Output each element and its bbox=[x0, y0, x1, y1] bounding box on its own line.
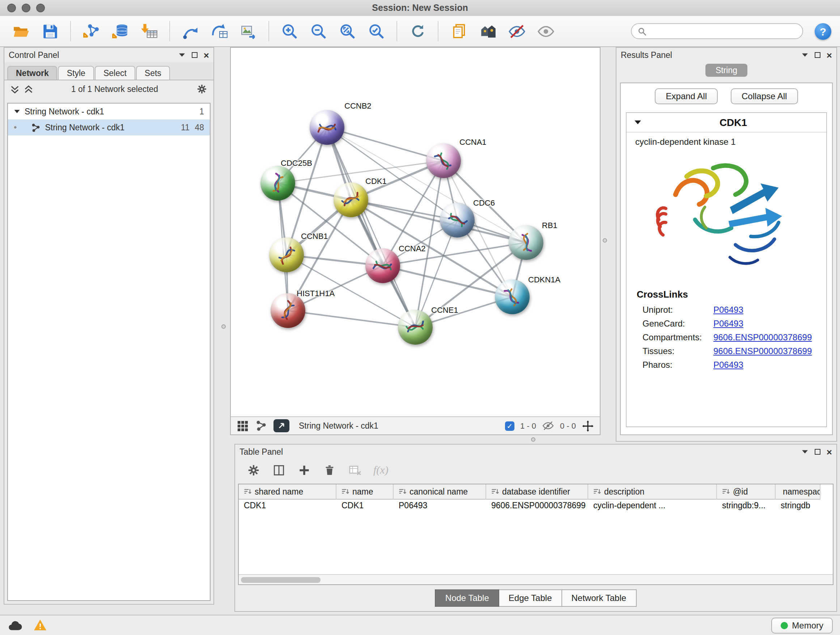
tab-node-table[interactable]: Node Table bbox=[435, 589, 499, 607]
network-canvas[interactable]: CCNB2CCNA1CDC25BCDK1CDC6RB1CCNB1CCNA2CDK… bbox=[231, 48, 600, 416]
network-edge-HIST1H1A-CCNE1[interactable] bbox=[288, 310, 415, 327]
search-input[interactable] bbox=[651, 26, 797, 36]
float-panel-icon[interactable] bbox=[192, 52, 198, 58]
column-header-database-identifier[interactable]: database identifier bbox=[486, 485, 588, 500]
splitter-handle[interactable] bbox=[603, 238, 607, 242]
control-panel: Control Panel × NetworkStyleSelectSets 1… bbox=[4, 47, 214, 605]
tab-network-table[interactable]: Network Table bbox=[562, 589, 637, 607]
home-icon[interactable] bbox=[475, 19, 500, 43]
float-panel-icon[interactable] bbox=[815, 52, 821, 58]
close-panel-icon[interactable]: × bbox=[827, 447, 832, 456]
delete-table-icon[interactable] bbox=[348, 463, 362, 477]
fit-content-icon[interactable] bbox=[582, 420, 594, 432]
crosslink-value-link[interactable]: P06493 bbox=[714, 318, 744, 328]
network-node-CDC25B[interactable] bbox=[261, 166, 295, 201]
hide-graphics-icon[interactable] bbox=[504, 19, 529, 43]
network-node-CCNB2[interactable] bbox=[309, 110, 344, 145]
import-network-file-icon[interactable] bbox=[79, 19, 103, 43]
collapse-all-icon[interactable] bbox=[10, 84, 19, 94]
panel-menu-chevron-icon[interactable] bbox=[801, 449, 809, 455]
detach-view-button[interactable] bbox=[273, 419, 289, 432]
hidden-items-eye-icon[interactable] bbox=[542, 421, 554, 431]
selected-items-checkbox[interactable]: ✓ bbox=[505, 421, 515, 431]
search-field[interactable] bbox=[631, 23, 803, 39]
network-from-table-icon[interactable] bbox=[207, 19, 232, 43]
grid-view-icon[interactable] bbox=[237, 420, 249, 432]
network-edge-CCNB2-CCNE1[interactable] bbox=[327, 127, 415, 327]
annotation-icon[interactable] bbox=[447, 19, 471, 43]
new-network-icon[interactable] bbox=[178, 19, 202, 43]
tab-edge-table[interactable]: Edge Table bbox=[499, 589, 562, 607]
function-builder-icon[interactable]: f(x) bbox=[373, 464, 388, 476]
show-columns-icon[interactable] bbox=[272, 463, 286, 477]
collapse-all-button[interactable]: Collapse All bbox=[731, 88, 798, 104]
network-node-CCNE1[interactable] bbox=[398, 310, 433, 345]
network-row[interactable]: • String Network - cdk1 11 48 bbox=[8, 119, 210, 135]
collapse-section-icon[interactable] bbox=[634, 119, 642, 125]
column-header-namespace[interactable]: namespace bbox=[775, 485, 821, 500]
crosslink-value-link[interactable]: 9606.ENSP00000378699 bbox=[714, 332, 812, 342]
show-graphics-icon[interactable] bbox=[533, 19, 558, 43]
refresh-layout-icon[interactable] bbox=[405, 19, 430, 43]
network-view-share-icon[interactable] bbox=[256, 420, 267, 432]
expand-all-tree-icon[interactable] bbox=[24, 84, 33, 94]
network-collection-row[interactable]: String Network - cdk1 1 bbox=[8, 103, 210, 119]
tab-style[interactable]: Style bbox=[58, 66, 94, 80]
float-panel-icon[interactable] bbox=[815, 449, 821, 455]
export-image-icon[interactable] bbox=[236, 19, 261, 43]
column-header-description[interactable]: description bbox=[588, 485, 717, 500]
column-sort-icon bbox=[722, 487, 730, 496]
column-header-name[interactable]: name bbox=[336, 485, 393, 500]
scrollbar-thumb[interactable] bbox=[241, 577, 321, 583]
crosslink-value-link[interactable]: P06493 bbox=[714, 304, 744, 315]
crosslink-value-link[interactable]: P06493 bbox=[714, 359, 744, 370]
zoom-selected-icon[interactable] bbox=[364, 19, 388, 43]
import-table-icon[interactable] bbox=[137, 19, 161, 43]
zoom-out-icon[interactable] bbox=[306, 19, 331, 43]
close-panel-icon[interactable]: × bbox=[204, 50, 209, 60]
tab-string[interactable]: String bbox=[706, 64, 747, 77]
table-row[interactable]: CDK1CDK1P064939606.ENSP00000378699cyclin… bbox=[239, 500, 833, 515]
tab-select[interactable]: Select bbox=[95, 66, 135, 80]
zoom-in-icon[interactable] bbox=[277, 19, 302, 43]
network-node-CDKN1A[interactable] bbox=[495, 279, 530, 314]
import-network-database-icon[interactable] bbox=[108, 19, 133, 43]
tree-expander-icon[interactable] bbox=[14, 109, 20, 114]
table-settings-gear-icon[interactable] bbox=[247, 463, 261, 477]
add-column-icon[interactable] bbox=[297, 463, 311, 477]
network-node-RB1[interactable] bbox=[508, 225, 543, 260]
network-node-CCNB1[interactable] bbox=[269, 238, 304, 272]
splitter-handle[interactable] bbox=[221, 325, 226, 329]
protein-structure-thumbnail bbox=[365, 249, 400, 283]
network-node-label-CDKN1A: CDKN1A bbox=[528, 275, 561, 284]
close-panel-icon[interactable]: × bbox=[827, 50, 832, 60]
crosslink-value-link[interactable]: 9606.ENSP00000378699 bbox=[714, 346, 812, 356]
gear-icon[interactable] bbox=[196, 83, 208, 95]
cloud-icon[interactable] bbox=[7, 619, 23, 631]
column-header-canonical-name[interactable]: canonical name bbox=[393, 485, 486, 500]
splitter-handle[interactable] bbox=[531, 437, 535, 442]
expand-all-button[interactable]: Expand All bbox=[655, 88, 718, 104]
network-node-HIST1H1A[interactable] bbox=[271, 293, 305, 328]
delete-column-icon[interactable] bbox=[323, 463, 336, 477]
network-node-CCNA2[interactable] bbox=[365, 249, 400, 283]
table-cell: P06493 bbox=[393, 500, 486, 515]
panel-menu-chevron-icon[interactable] bbox=[801, 52, 809, 58]
warning-icon[interactable] bbox=[33, 619, 47, 631]
panel-menu-chevron-icon[interactable] bbox=[178, 52, 186, 58]
column-header--id[interactable]: @id bbox=[717, 485, 775, 500]
help-icon[interactable]: ? bbox=[815, 23, 831, 40]
save-icon[interactable] bbox=[38, 19, 62, 43]
protein-structure-thumbnail bbox=[426, 143, 461, 178]
network-node-CCNA1[interactable] bbox=[426, 143, 461, 178]
network-node-CDC6[interactable] bbox=[440, 203, 475, 238]
memory-button[interactable]: Memory bbox=[771, 617, 833, 633]
open-file-icon[interactable] bbox=[9, 19, 33, 43]
zoom-fit-icon[interactable] bbox=[335, 19, 360, 43]
network-share-icon bbox=[31, 123, 41, 132]
tab-sets[interactable]: Sets bbox=[136, 66, 170, 80]
tab-network[interactable]: Network bbox=[7, 66, 57, 80]
table-horizontal-scrollbar[interactable] bbox=[239, 574, 833, 584]
column-header-shared-name[interactable]: shared name bbox=[239, 485, 336, 500]
network-node-CDK1[interactable] bbox=[333, 182, 368, 217]
